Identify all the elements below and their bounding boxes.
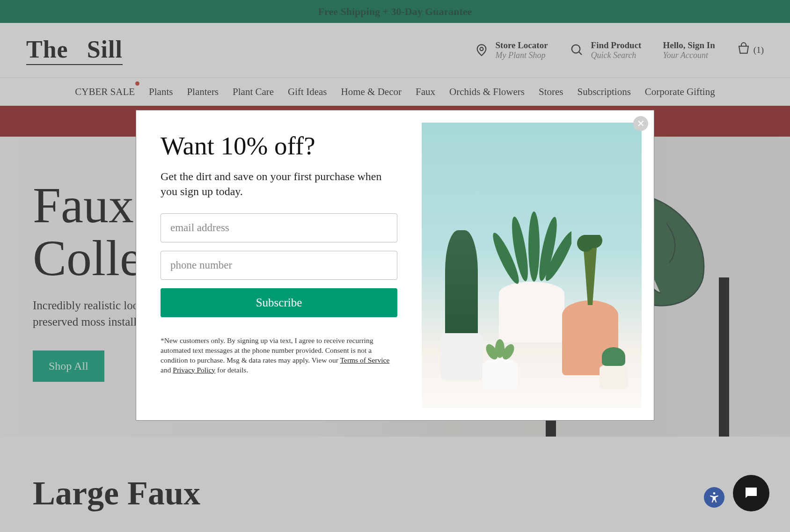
privacy-link[interactable]: Privacy Policy: [173, 366, 215, 374]
accessibility-icon: [708, 491, 720, 503]
accessibility-button[interactable]: [704, 487, 724, 508]
modal-subtitle: Get the dirt and save on your first purc…: [161, 169, 397, 199]
phone-input[interactable]: [161, 251, 397, 280]
terms-link[interactable]: Terms of Service: [340, 356, 390, 364]
close-icon: ✕: [637, 118, 645, 129]
subscribe-button[interactable]: Subscribe: [161, 288, 397, 317]
modal-title: Want 10% off?: [161, 131, 397, 160]
svg-point-5: [528, 211, 540, 282]
chat-widget-button[interactable]: [733, 475, 769, 511]
chat-icon: [743, 485, 760, 502]
modal-content: Want 10% off? Get the dirt and save on y…: [136, 110, 422, 420]
modal-image-wrap: [422, 110, 654, 420]
email-input[interactable]: [161, 213, 397, 242]
close-modal-button[interactable]: ✕: [633, 116, 648, 131]
plants-promo-image: [422, 123, 642, 408]
disclaimer-text: *New customers only. By signing up via t…: [161, 336, 397, 375]
newsletter-modal: ✕ Want 10% off? Get the dirt and save on…: [136, 110, 654, 421]
svg-point-14: [713, 492, 716, 495]
